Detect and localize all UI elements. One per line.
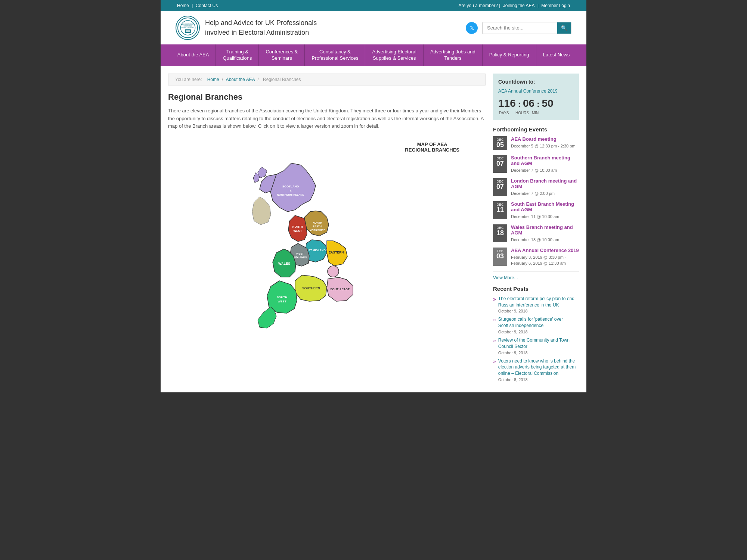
header: ASSOCIATION OF ELECTORAL ADMINISTRATORS … [161, 11, 586, 44]
nav-policy[interactable]: Policy & Reporting [483, 44, 536, 66]
post-link-2[interactable]: Sturgeon calls for 'patience' over Scott… [498, 316, 579, 329]
breadcrumb-about[interactable]: About the AEA [226, 77, 255, 82]
event-datetime-3: December 7 @ 2:00 pm [511, 191, 555, 196]
event-item-3: DEC 07 London Branch meeting and AGM Dec… [493, 178, 579, 196]
event-details-5: Wales Branch meeting and AGM December 18… [511, 224, 579, 242]
event-day-5: 18 [496, 230, 504, 236]
svg-text:WEST: WEST [296, 252, 304, 255]
event-title-3[interactable]: London Branch meeting and AGM [511, 178, 579, 189]
southeast-region[interactable]: SOUTH EAST [327, 277, 353, 301]
svg-text:NORTH: NORTH [313, 221, 322, 224]
event-date-box-4: DEC 11 [493, 201, 507, 219]
svg-text:NORTHERN IRELAND: NORTHERN IRELAND [277, 193, 304, 196]
content-area: You are here: Home / About the AEA / Reg… [168, 74, 493, 385]
svg-text:SOUTH: SOUTH [277, 296, 287, 299]
event-title-6[interactable]: AEA Annual Conference 2019 [511, 248, 579, 253]
post-content-4: Voters need to know who is behind the el… [498, 358, 579, 382]
event-title-4[interactable]: South East Branch Meeting and AGM [511, 201, 579, 212]
event-title-2[interactable]: Southern Branch meeting and AGM [511, 155, 579, 166]
post-item-4: » Voters need to know who is behind the … [493, 358, 579, 382]
events-title: Forthcoming Events [493, 126, 579, 133]
post-content-2: Sturgeon calls for 'patience' over Scott… [498, 316, 579, 334]
event-item-6: FEB 03 AEA Annual Conference 2019 Februa… [493, 248, 579, 266]
eastern-region[interactable]: EASTERN [327, 241, 347, 266]
search-icon: 🔍 [561, 25, 567, 31]
top-bar: Home | Contact Us Are you a member? | Jo… [161, 0, 586, 11]
member-question: Are you a member? [459, 3, 498, 8]
svg-text:WEST: WEST [278, 300, 286, 303]
countdown-days: 116 [498, 97, 516, 109]
southwest-region[interactable]: SOUTH WEST [258, 281, 297, 328]
header-title: Help and Advice for UK Professionals inv… [205, 18, 317, 37]
uk-map-svg[interactable]: SCOTLAND & NORTHERN IRELAND NORTH EAST &… [247, 156, 407, 361]
member-login-link[interactable]: Member Login [541, 3, 570, 8]
main-wrapper: You are here: Home / About the AEA / Reg… [161, 66, 586, 392]
map-container[interactable]: MAP OF AEA REGIONAL BRANCHES SCOTLAND & [168, 138, 486, 366]
nav-conferences[interactable]: Conferences &Seminars [259, 44, 305, 66]
svg-text:SOUTHERN: SOUTHERN [302, 286, 320, 290]
nav-advertising-jobs[interactable]: Advertising Jobs andTenders [424, 44, 483, 66]
post-link-4[interactable]: Voters need to know who is behind the el… [498, 358, 579, 377]
london-region[interactable] [328, 266, 339, 277]
twitter-button[interactable]: 𝕏 [466, 22, 478, 34]
northwest-region[interactable]: NORTH WEST [288, 215, 307, 242]
event-item-1: DEC 05 AEA Board meeting December 5 @ 12… [493, 136, 579, 150]
svg-text:NORTH: NORTH [292, 225, 303, 228]
event-datetime-6: February 3, 2019 @ 3:30 pm - February 6,… [511, 255, 566, 265]
nav-about[interactable]: About the AEA [171, 44, 216, 66]
countdown-display: 116 : 06 : 50 [498, 97, 574, 109]
post-item-3: » Review of the Community and Town Counc… [493, 337, 579, 355]
twitter-icon: 𝕏 [470, 25, 474, 31]
post-arrow-4: » [493, 358, 496, 382]
breadcrumb-sep1: / [222, 77, 224, 82]
home-link[interactable]: Home [177, 3, 189, 8]
southern-region[interactable]: SOUTHERN [295, 275, 327, 301]
event-day-2: 07 [496, 160, 504, 167]
event-details-2: Southern Branch meeting and AGM December… [511, 155, 579, 173]
event-item-4: DEC 11 South East Branch Meeting and AGM… [493, 201, 579, 219]
post-link-1[interactable]: The electoral reform policy plan to end … [498, 296, 579, 308]
event-item-5: DEC 18 Wales Branch meeting and AGM Dece… [493, 224, 579, 242]
search-button[interactable]: 🔍 [557, 22, 571, 34]
event-item-2: DEC 07 Southern Branch meeting and AGM D… [493, 155, 579, 173]
page-title: Regional Branches [168, 92, 486, 102]
breadcrumb-home[interactable]: Home [207, 77, 219, 82]
countdown-title: Countdown to: [498, 79, 574, 85]
recent-posts-section: Recent Posts » The electoral reform poli… [493, 286, 579, 382]
post-link-3[interactable]: Review of the Community and Town Council… [498, 337, 579, 350]
northeast-yorkshire-region[interactable]: NORTH EAST & YORKSHIRE [304, 211, 329, 236]
svg-text:SCOTLAND: SCOTLAND [282, 185, 299, 188]
countdown-hours: 06 [523, 97, 534, 109]
search-input[interactable] [483, 22, 557, 33]
event-datetime-4: December 11 @ 10:30 am [511, 214, 559, 219]
event-details-4: South East Branch Meeting and AGM Decemb… [511, 201, 579, 219]
event-details-6: AEA Annual Conference 2019 February 3, 2… [511, 248, 579, 266]
countdown-event-link[interactable]: AEA Annual Conference 2019 [498, 88, 574, 94]
contact-link[interactable]: Contact Us [196, 3, 218, 8]
post-item-2: » Sturgeon calls for 'patience' over Sco… [493, 316, 579, 334]
breadcrumb: You are here: Home / About the AEA / Reg… [168, 74, 486, 85]
event-datetime-5: December 18 @ 10:00 am [511, 237, 559, 242]
svg-text:Est. 1987: Est. 1987 [185, 34, 190, 35]
svg-text:YORKSHIRE: YORKSHIRE [310, 229, 325, 231]
event-title-5[interactable]: Wales Branch meeting and AGM [511, 224, 579, 236]
nav-advertising-electoral[interactable]: Advertising ElectoralSupplies & Services [365, 44, 424, 66]
ireland-region [252, 197, 271, 225]
post-arrow-2: » [493, 317, 496, 334]
nav-news[interactable]: Latest News [536, 44, 577, 66]
nav-consultancy[interactable]: Consultancy &Professional Services [305, 44, 365, 66]
event-date-box-2: DEC 07 [493, 155, 507, 173]
header-left: ASSOCIATION OF ELECTORAL ADMINISTRATORS … [176, 16, 317, 40]
countdown-section: Countdown to: AEA Annual Conference 2019… [493, 74, 579, 120]
svg-point-25 [328, 266, 339, 277]
post-date-4: October 8, 2018 [498, 377, 579, 382]
view-more-link[interactable]: View More... [493, 275, 579, 280]
event-title-1[interactable]: AEA Board meeting [511, 136, 579, 142]
countdown-mins: 50 [542, 97, 554, 109]
svg-text:EAST &: EAST & [313, 225, 322, 228]
post-arrow-1: » [493, 296, 496, 314]
post-date-1: October 9, 2018 [498, 309, 579, 313]
nav-training[interactable]: Training &Qualifications [216, 44, 259, 66]
events-section: Forthcoming Events DEC 05 AEA Board meet… [493, 126, 579, 280]
joining-link[interactable]: Joining the AEA [503, 3, 535, 8]
